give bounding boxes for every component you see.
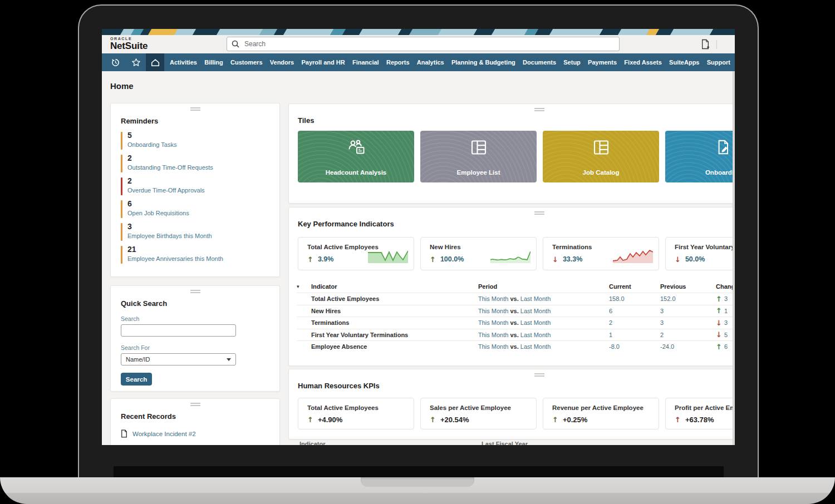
table-row[interactable]: Terminations This Month vs. Last Month 2…: [297, 317, 735, 329]
headcount-icon: [298, 139, 414, 156]
portlet-drag-handle[interactable]: [190, 403, 200, 406]
reminder-label: Onboarding Tasks: [127, 141, 269, 148]
cell-previous: 3: [660, 319, 716, 326]
trend-down-icon: ↓: [552, 256, 558, 263]
reminder-timeoff-approvals[interactable]: 2 Overdue Time-Off Approvals: [121, 177, 269, 194]
kpi-card-total-active-employees[interactable]: Total Active Employees ↑ 3.9%: [298, 237, 414, 270]
recent-history-icon[interactable]: [106, 53, 124, 71]
global-search-input[interactable]: [243, 39, 615, 48]
reminder-count: 21: [127, 245, 269, 254]
nav-item-analytics[interactable]: Analytics: [417, 59, 444, 66]
cell-indicator: First Year Voluntary Terminations: [311, 332, 478, 338]
tile-job-catalog[interactable]: Job Catalog: [543, 131, 659, 182]
main-nav-bar: Activities Billing Customers Vendors Pay…: [102, 53, 735, 71]
cell-previous: 3: [660, 308, 716, 314]
quick-search-button[interactable]: Search: [121, 373, 152, 386]
reminder-label: Outstanding Time-Off Requests: [127, 164, 269, 171]
portlet-title: Tiles: [298, 116, 735, 125]
home-tab-icon[interactable]: [146, 53, 164, 71]
portlet-drag-handle[interactable]: [190, 107, 200, 111]
tile-label: Job Catalog: [543, 169, 659, 176]
tile-employee-list[interactable]: Employee List: [420, 131, 537, 182]
quick-search-input[interactable]: [121, 324, 236, 337]
cell-indicator: Terminations: [311, 319, 478, 326]
recent-record-link[interactable]: Workplace Incident #2: [121, 429, 269, 438]
table-row[interactable]: First Year Voluntary Terminations This M…: [297, 329, 735, 341]
nav-item-support[interactable]: Support: [707, 59, 730, 66]
reminder-label: Overdue Time-Off Approvals: [127, 187, 269, 194]
reminder-count: 2: [127, 154, 269, 162]
nav-item-customers[interactable]: Customers: [230, 59, 262, 66]
search-for-select[interactable]: Name/ID: [121, 353, 236, 365]
cell-current: 2: [609, 319, 660, 326]
nav-item-payroll-hr[interactable]: Payroll and HR: [301, 59, 345, 66]
header-divider: [716, 40, 717, 49]
sparkline-chart: [368, 249, 408, 265]
kpi-card-new-hires[interactable]: New Hires ↑ 100.0%: [420, 237, 537, 270]
cell-current: 158.0: [609, 295, 660, 302]
netsuite-wordmark: NetSuite: [110, 41, 148, 51]
reminder-onboarding-tasks[interactable]: 5 Onboarding Tasks: [121, 131, 269, 148]
netsuite-logo[interactable]: ORACLE NetSuite: [110, 37, 148, 51]
reminder-birthdays[interactable]: 3 Employee Birthdays this Month: [121, 223, 269, 239]
sort-caret-icon[interactable]: ▾: [297, 284, 311, 289]
col-header-change: Change: [716, 283, 735, 290]
col-header-period: Period: [478, 283, 609, 290]
hr-kpi-total-active-employees[interactable]: Total Active Employees ↑ +4.90%: [298, 398, 414, 429]
kpi-value: 100.0%: [440, 255, 464, 263]
nav-item-planning-budgeting[interactable]: Planning & Budgeting: [451, 59, 515, 66]
hr-kpi-profit-per-employee[interactable]: Profit per Active Employee ↑ +63.78%: [665, 398, 735, 429]
search-for-value: Name/ID: [126, 356, 150, 363]
nav-item-fixed-assets[interactable]: Fixed Assets: [624, 59, 661, 66]
reminder-color-bar: [121, 200, 122, 218]
reminder-anniversaries[interactable]: 21 Employee Anniversaries this Month: [121, 245, 269, 262]
kpi-card-terminations[interactable]: Terminations ↓ 33.3%: [543, 237, 659, 270]
hr-kpi-revenue-per-employee[interactable]: Revenue per Active Employee ↑ +0.25%: [543, 398, 659, 429]
kpi-value: +63.78%: [685, 416, 714, 424]
shortcuts-star-icon[interactable]: [127, 53, 145, 71]
recent-records-portlet: Recent Records Workplace Incident #2: [110, 398, 280, 445]
hr-kpis-portlet: Human Resources KPIs Total Active Employ…: [288, 369, 735, 439]
kpi-table-body: Total Active Employees This Month vs. La…: [297, 293, 735, 353]
hr-kpi-cards-row: Total Active Employees ↑ +4.90% Sales pe…: [298, 398, 735, 429]
table-row[interactable]: Total Active Employees This Month vs. La…: [297, 293, 735, 305]
recent-record-label: Workplace Incident #2: [132, 431, 196, 437]
cell-period: This Month vs. Last Month: [478, 295, 609, 302]
nav-item-financial[interactable]: Financial: [352, 59, 379, 66]
reminder-timeoff-requests[interactable]: 2 Outstanding Time-Off Requests: [121, 154, 269, 171]
tile-onboarding[interactable]: Onboarding: [665, 131, 735, 182]
global-search-box[interactable]: [227, 37, 620, 51]
cell-previous: -24.0: [660, 343, 716, 350]
portlet-drag-handle[interactable]: [534, 211, 544, 215]
nav-item-activities[interactable]: Activities: [170, 59, 197, 66]
hr-kpi-sales-per-employee[interactable]: Sales per Active Employee ↑ +20.54%: [420, 398, 537, 429]
tile-label: Employee List: [420, 169, 537, 176]
table-row[interactable]: Employee Absence This Month vs. Last Mon…: [297, 340, 735, 353]
portlet-drag-handle[interactable]: [190, 290, 200, 293]
nav-item-setup[interactable]: Setup: [563, 59, 581, 66]
cell-change: ↑1: [716, 307, 735, 314]
reminder-job-requisitions[interactable]: 6 Open Job Requisitions: [121, 200, 269, 216]
page-title: Home: [110, 81, 134, 91]
portlet-drag-handle[interactable]: [534, 373, 544, 377]
nav-item-payments[interactable]: Payments: [588, 59, 617, 66]
vertical-scrollbar[interactable]: [733, 71, 735, 445]
trend-up-icon: ↑: [307, 416, 313, 423]
nav-item-billing[interactable]: Billing: [204, 59, 223, 66]
col-header-previous: Previous: [660, 283, 716, 290]
table-row[interactable]: New Hires This Month vs. Last Month 6 3 …: [297, 305, 735, 317]
kpi-value: +20.54%: [440, 416, 469, 424]
cell-previous: 2: [660, 332, 716, 338]
nav-item-reports[interactable]: Reports: [386, 59, 410, 66]
kpi-card-first-year-voluntary[interactable]: First Year Voluntary Terminations ↓ 50.0…: [665, 237, 735, 270]
tiles-row: Headcount Analysis Employee List Job Cat…: [298, 131, 735, 182]
nav-item-suiteapps[interactable]: SuiteApps: [669, 59, 699, 66]
trend-up-icon: ↑: [716, 343, 722, 350]
portlet-title: Human Resources KPIs: [298, 382, 735, 390]
nav-item-documents[interactable]: Documents: [523, 59, 556, 66]
create-new-icon[interactable]: [701, 39, 710, 50]
nav-item-vendors[interactable]: Vendors: [270, 59, 294, 66]
table-icon: [543, 139, 659, 156]
tile-headcount-analysis[interactable]: Headcount Analysis: [298, 131, 414, 182]
portlet-drag-handle[interactable]: [534, 108, 544, 111]
